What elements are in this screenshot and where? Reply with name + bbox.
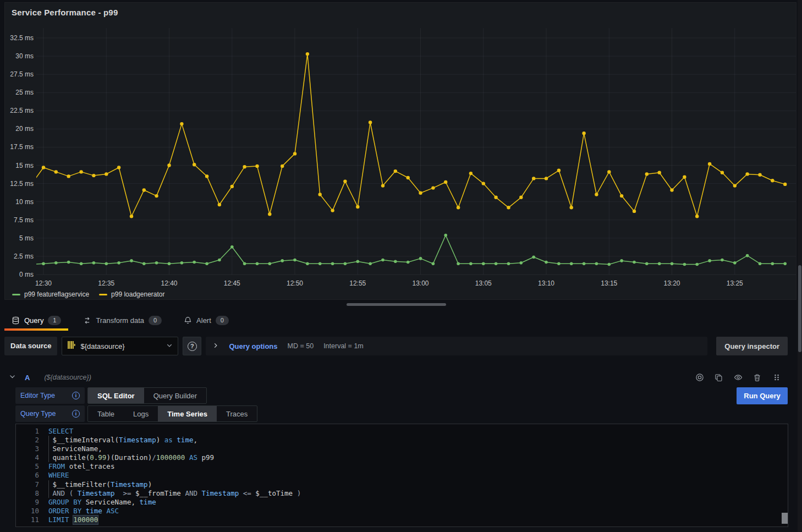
chevron-right-icon[interactable] xyxy=(212,341,219,351)
datasource-select[interactable]: ${datasource} xyxy=(62,337,178,355)
y-axis-tick-label: 22.5 ms xyxy=(5,107,34,114)
run-query-button[interactable]: Run Query xyxy=(737,387,788,404)
sql-code-lines: 1SELECT2 $__timeInterval(Timestamp) as t… xyxy=(16,424,788,524)
y-axis-tick-label: 32.5 ms xyxy=(5,34,34,42)
datasource-select-value: ${datasource} xyxy=(80,342,162,350)
grafana-panel-edit-page: Service Performance - p99 0 ms2.5 ms5 ms… xyxy=(0,0,802,532)
x-axis-tick-label: 12:30 xyxy=(35,279,52,287)
timeseries-chart: 0 ms2.5 ms5 ms7.5 ms10 ms12.5 ms15 ms17.… xyxy=(5,3,796,299)
y-axis-tick-label: 10 ms xyxy=(5,198,34,206)
y-axis-tick-label: 25 ms xyxy=(5,89,34,96)
query-row-actions xyxy=(693,371,783,385)
interval-value: Interval = 1m xyxy=(323,342,364,350)
editor-type-label: Editor Type i xyxy=(15,387,85,404)
datasource-help-button[interactable]: ? xyxy=(183,337,201,355)
line-number: 7 xyxy=(16,480,48,489)
y-axis-tick-label: 27.5 ms xyxy=(5,70,34,78)
code-line: 8 AND ( Timestamp >= $__fromTime AND Tim… xyxy=(16,489,788,498)
record-icon[interactable] xyxy=(693,371,706,385)
datasource-label: Data source xyxy=(4,337,57,355)
code-line: 7 $__timeFilter(Timestamp) xyxy=(16,480,788,489)
y-axis-tick-label: 5 ms xyxy=(5,234,34,242)
query-type-row: Query Type i TableLogsTime SeriesTraces xyxy=(15,405,257,422)
line-number: 9 xyxy=(16,498,48,507)
line-number: 6 xyxy=(16,471,48,480)
code-line: 4 quantile(0.99)(Duration)/1000000 AS p9… xyxy=(16,453,788,462)
editor-type-row: Editor Type i SQL EditorQuery Builder xyxy=(15,387,207,404)
query-row-header[interactable]: A (${datasource}) xyxy=(4,369,788,386)
clickhouse-datasource-icon xyxy=(67,341,76,352)
y-axis-tick-label: 0 ms xyxy=(5,271,34,278)
y-axis-tick-label: 2.5 ms xyxy=(5,253,34,260)
bell-icon xyxy=(184,316,192,325)
eye-icon[interactable] xyxy=(731,371,745,385)
legend-series-label: p99 featureflagservice xyxy=(24,290,89,298)
trash-icon[interactable] xyxy=(750,371,764,385)
query-type-traces[interactable]: Traces xyxy=(217,406,257,421)
tab-transform-badge: 0 xyxy=(149,316,162,325)
editor-scrollbar-thumb[interactable] xyxy=(782,513,788,524)
editor-type-query-builder[interactable]: Query Builder xyxy=(144,388,206,403)
query-row-datasource: (${datasource}) xyxy=(44,374,91,381)
x-axis-tick-label: 13:05 xyxy=(475,279,492,287)
x-axis-tick-label: 13:10 xyxy=(538,279,554,287)
tab-query-label: Query xyxy=(24,316,43,325)
y-axis-tick-label: 7.5 ms xyxy=(5,216,34,224)
code-line: 6WHERE xyxy=(16,471,788,480)
y-axis-tick-label: 20 ms xyxy=(5,125,34,133)
y-axis-tick-label: 15 ms xyxy=(5,162,34,169)
transform-icon xyxy=(83,316,91,325)
x-axis-tick-label: 12:45 xyxy=(224,279,240,287)
line-number: 10 xyxy=(16,507,48,515)
editor-type-group: SQL EditorQuery Builder xyxy=(87,387,207,404)
x-axis-tick-label: 12:35 xyxy=(98,279,114,287)
line-number: 5 xyxy=(16,462,48,471)
query-options-bar: Query options MD = 50 Interval = 1m xyxy=(206,337,707,355)
line-number: 3 xyxy=(16,445,48,453)
duplicate-query-icon[interactable] xyxy=(712,371,726,385)
code-line: 5FROM otel_traces xyxy=(16,462,788,471)
tab-alert-badge: 0 xyxy=(216,316,229,325)
x-axis-tick-label: 13:00 xyxy=(412,279,429,287)
timeseries-panel: Service Performance - p99 0 ms2.5 ms5 ms… xyxy=(4,2,796,300)
tab-alert[interactable]: Alert 0 xyxy=(177,310,236,331)
x-axis-tick-label: 13:20 xyxy=(663,279,680,287)
query-options-toggle[interactable]: Query options xyxy=(229,342,277,350)
query-inspector-button[interactable]: Query inspector xyxy=(716,337,788,355)
query-editor-tabbar: Query 1 Transform data 0 Alert 0 xyxy=(4,310,236,331)
info-icon[interactable]: i xyxy=(72,392,80,399)
query-ref-id: A xyxy=(25,374,30,382)
tab-transform-label: Transform data xyxy=(96,316,144,325)
x-axis-tick-label: 12:55 xyxy=(349,279,366,287)
sql-code-editor[interactable]: 1SELECT2 $__timeInterval(Timestamp) as t… xyxy=(15,424,788,527)
chevron-down-icon xyxy=(166,341,173,351)
drag-handle-icon[interactable] xyxy=(770,371,783,385)
info-icon[interactable]: i xyxy=(72,410,80,418)
code-line: 10ORDER BY time ASC xyxy=(16,507,788,515)
datasource-toolbar: Data source ${datasource} ? Query option… xyxy=(4,337,788,355)
legend-item[interactable]: p99 featureflagservice xyxy=(12,290,89,298)
panel-horizontal-scrollbar[interactable] xyxy=(347,303,446,306)
page-scrollbar-thumb[interactable] xyxy=(798,265,801,352)
tab-transform-data[interactable]: Transform data 0 xyxy=(76,310,169,331)
query-type-table[interactable]: Table xyxy=(88,406,124,421)
y-axis-tick-label: 17.5 ms xyxy=(5,143,34,151)
line-number: 8 xyxy=(16,489,48,498)
line-number: 11 xyxy=(16,515,48,524)
tab-query-badge: 1 xyxy=(48,316,61,325)
legend-item[interactable]: p99 loadgenerator xyxy=(99,290,164,298)
legend-series-label: p99 loadgenerator xyxy=(111,290,164,298)
collapse-chevron-icon[interactable] xyxy=(9,372,16,382)
question-circle-icon: ? xyxy=(188,342,197,351)
editor-type-sql-editor[interactable]: SQL Editor xyxy=(88,388,144,403)
y-axis-tick-label: 12.5 ms xyxy=(5,180,34,188)
code-line: 1SELECT xyxy=(16,427,788,436)
legend-series-color xyxy=(12,294,20,295)
query-type-time-series[interactable]: Time Series xyxy=(158,406,217,421)
timeseries-plot xyxy=(5,3,796,299)
tab-query[interactable]: Query 1 xyxy=(4,310,68,331)
x-axis-tick-label: 12:50 xyxy=(287,279,303,287)
query-type-logs[interactable]: Logs xyxy=(124,406,158,421)
code-line: 11LIMIT 100000 xyxy=(16,515,788,524)
y-axis-tick-label: 30 ms xyxy=(5,52,34,60)
